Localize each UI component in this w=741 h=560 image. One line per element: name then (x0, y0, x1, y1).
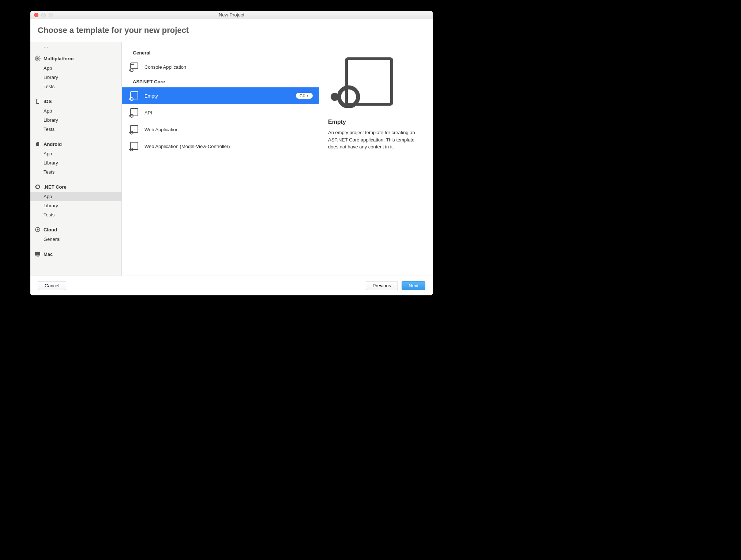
svg-point-20 (129, 115, 130, 117)
chevron-down-icon: ▼ (306, 94, 309, 98)
page-title: Choose a template for your new project (38, 26, 425, 35)
template-web-application[interactable]: Web Application (122, 121, 319, 138)
sidebar-category-mac[interactable]: Mac (30, 249, 121, 259)
android-icon (35, 141, 41, 147)
language-selector[interactable]: C# ▼ (296, 93, 313, 99)
sidebar-category-label: Android (44, 141, 62, 147)
cloud-icon (35, 227, 41, 232)
sidebar-category-label: Cloud (44, 227, 57, 232)
minimize-window-button[interactable] (41, 13, 46, 17)
sidebar-item-netcore-app[interactable]: App (30, 192, 121, 201)
template-detail-panel: Empty An empty project template for crea… (319, 42, 433, 276)
section-title-general: General (122, 46, 319, 58)
next-button[interactable]: Next (402, 281, 425, 290)
dialog-footer: Cancel Previous Next (30, 276, 433, 295)
close-window-button[interactable] (34, 13, 38, 17)
sidebar-item-ios-library[interactable]: Library (30, 116, 121, 125)
template-label: Console Application (144, 64, 313, 70)
sidebar-category-label: iOS (44, 99, 52, 104)
svg-line-4 (38, 142, 39, 143)
svg-point-5 (36, 185, 40, 189)
sidebar-item-android-tests[interactable]: Tests (30, 167, 121, 177)
console-template-icon (128, 61, 139, 72)
dialog-header: Choose a template for your new project (30, 19, 433, 42)
template-detail-title: Empty (328, 119, 346, 125)
template-console-application[interactable]: Console Application (122, 58, 319, 75)
sidebar-item-netcore-tests[interactable]: Tests (30, 210, 121, 219)
svg-point-17 (129, 98, 130, 100)
sidebar-item-multiplatform-library[interactable]: Library (30, 73, 121, 82)
web-template-icon (128, 107, 139, 118)
netcore-icon (35, 184, 41, 190)
sidebar-truncated-hint: ⋯ (30, 42, 121, 52)
sidebar-item-multiplatform-app[interactable]: App (30, 64, 121, 73)
web-template-icon (128, 90, 139, 101)
dialog-content: ⋯ Multiplatform App Library Tests iOS Ap… (30, 42, 433, 276)
template-label: Web Application (144, 127, 313, 132)
svg-point-14 (129, 69, 130, 71)
multiplatform-icon (35, 56, 41, 61)
template-label: API (144, 110, 313, 116)
template-web-application-mvc[interactable]: Web Application (Model-View-Controller) (122, 138, 319, 155)
svg-point-8 (37, 229, 39, 231)
category-sidebar: ⋯ Multiplatform App Library Tests iOS Ap… (30, 42, 122, 276)
sidebar-category-android[interactable]: Android (30, 139, 121, 149)
sidebar-category-ios[interactable]: iOS (30, 96, 121, 106)
sidebar-item-ios-app[interactable]: App (30, 106, 121, 116)
svg-point-23 (129, 132, 130, 133)
sidebar-item-multiplatform-tests[interactable]: Tests (30, 82, 121, 91)
template-detail-icon (328, 57, 394, 108)
template-detail-description: An empty project template for creating a… (328, 129, 424, 151)
sidebar-item-netcore-library[interactable]: Library (30, 201, 121, 210)
svg-point-13 (130, 69, 133, 72)
window-title: New Project (30, 12, 433, 18)
previous-button[interactable]: Previous (366, 281, 398, 290)
svg-point-6 (35, 186, 36, 188)
template-label: Web Application (Model-View-Controller) (144, 144, 313, 149)
sidebar-item-cloud-general[interactable]: General (30, 235, 121, 244)
sidebar-item-android-app[interactable]: App (30, 149, 121, 158)
sidebar-category-cloud[interactable]: Cloud (30, 224, 121, 235)
sidebar-item-android-library[interactable]: Library (30, 158, 121, 167)
web-template-icon (128, 124, 139, 135)
sidebar-category-multiplatform[interactable]: Multiplatform (30, 53, 121, 64)
new-project-window: New Project Choose a template for your n… (30, 11, 433, 295)
language-label: C# (300, 94, 305, 98)
phone-icon (35, 98, 41, 104)
maximize-window-button[interactable] (49, 13, 53, 17)
desktop-icon (35, 251, 41, 257)
sidebar-item-ios-tests[interactable]: Tests (30, 125, 121, 134)
sidebar-category-netcore[interactable]: .NET Core (30, 182, 121, 192)
svg-rect-27 (346, 59, 392, 104)
template-list: General Console Application ASP.NET Core… (122, 42, 319, 276)
web-template-icon (128, 141, 139, 152)
sidebar-category-label: .NET Core (44, 184, 67, 190)
svg-rect-10 (37, 256, 39, 257)
template-api[interactable]: API (122, 104, 319, 121)
traffic-lights (30, 13, 53, 17)
svg-point-26 (129, 149, 130, 150)
svg-rect-2 (37, 99, 39, 103)
svg-rect-9 (35, 252, 40, 256)
section-title-aspnetcore: ASP.NET Core (122, 75, 319, 87)
sidebar-category-label: Mac (44, 251, 53, 257)
template-empty[interactable]: Empty C# ▼ (122, 87, 319, 104)
sidebar-category-label: Multiplatform (44, 56, 74, 61)
cancel-button[interactable]: Cancel (38, 281, 66, 290)
svg-point-29 (331, 93, 339, 101)
titlebar: New Project (30, 11, 433, 19)
svg-line-3 (37, 142, 37, 143)
template-label: Empty (144, 93, 291, 99)
svg-rect-12 (131, 64, 134, 65)
